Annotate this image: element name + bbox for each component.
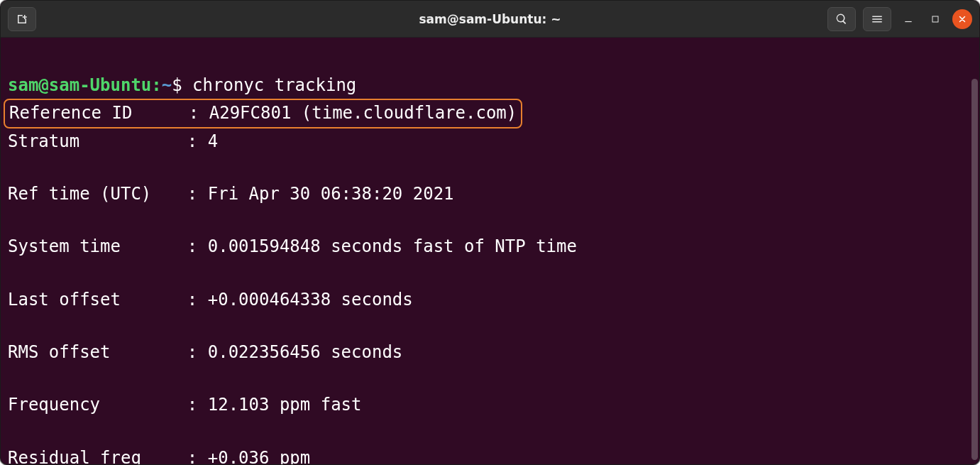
output-row: RMS offset: 0.022356456 seconds xyxy=(8,339,972,366)
titlebar: sam@sam-Ubuntu: ~ xyxy=(1,1,979,38)
prompt-cwd: ~ xyxy=(162,75,172,95)
prompt-symbol: $ xyxy=(172,75,182,95)
minimize-button[interactable] xyxy=(898,9,918,29)
maximize-button[interactable] xyxy=(925,9,945,29)
output-row: Stratum: 4 xyxy=(8,128,972,155)
output-label: RMS offset xyxy=(8,339,187,366)
scrollbar[interactable] xyxy=(971,79,978,460)
prompt-user-host: sam@sam-Ubuntu xyxy=(8,75,151,95)
output-row: Frequency: 12.103 ppm fast xyxy=(8,392,972,418)
output-value: 0.022356456 seconds xyxy=(208,339,403,366)
window-title: sam@sam-Ubuntu: ~ xyxy=(419,12,561,26)
new-tab-button[interactable] xyxy=(8,7,36,31)
search-icon xyxy=(835,13,848,26)
menu-button[interactable] xyxy=(863,7,891,31)
output-label: System time xyxy=(8,234,187,260)
maximize-icon xyxy=(931,15,940,23)
output-row: Ref time (UTC): Fri Apr 30 06:38:20 2021 xyxy=(8,181,972,207)
output-row: Residual freq: +0.036 ppm xyxy=(8,445,972,465)
highlight-annotation: Reference ID: A29FC801 (time.cloudflare.… xyxy=(4,99,522,128)
terminal-window: sam@sam-Ubuntu: ~ sam@sam-Ubuntu:~$ chro… xyxy=(0,0,980,465)
svg-rect-1 xyxy=(932,16,938,22)
close-button[interactable] xyxy=(952,9,972,29)
minimize-icon xyxy=(903,14,913,24)
output-label: Ref time (UTC) xyxy=(8,181,187,207)
output-value: Fri Apr 30 06:38:20 2021 xyxy=(208,181,454,207)
search-button[interactable] xyxy=(827,7,856,31)
output-value: A29FC801 (time.cloudflare.com) xyxy=(209,103,517,123)
scrollbar-thumb[interactable] xyxy=(971,79,978,460)
output-value: 12.103 ppm fast xyxy=(208,392,362,418)
output-label: Stratum xyxy=(8,128,187,155)
hamburger-icon xyxy=(871,13,883,26)
output-label: Last offset xyxy=(8,287,187,313)
output-label: Residual freq xyxy=(8,445,187,465)
output-row: System time: 0.001594848 seconds fast of… xyxy=(8,234,972,260)
terminal-output[interactable]: sam@sam-Ubuntu:~$ chronyc tracking Refer… xyxy=(1,38,979,465)
output-label: Reference ID xyxy=(9,100,189,126)
new-tab-icon xyxy=(16,13,28,26)
command-text: chronyc tracking xyxy=(192,75,356,95)
close-icon xyxy=(958,15,967,23)
output-value: 0.001594848 seconds fast of NTP time xyxy=(208,234,577,260)
output-value: +0.036 ppm xyxy=(208,445,311,465)
svg-rect-0 xyxy=(905,21,911,21)
output-value: +0.000464338 seconds xyxy=(208,287,413,313)
output-label: Frequency xyxy=(8,392,187,418)
output-row: Last offset: +0.000464338 seconds xyxy=(8,287,972,313)
output-value: 4 xyxy=(208,128,218,155)
